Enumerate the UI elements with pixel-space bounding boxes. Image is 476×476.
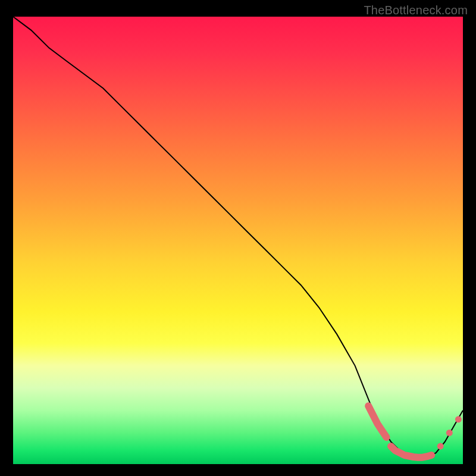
marker-layer [368,406,462,458]
chart-frame: TheBottleneck.com [0,0,476,476]
curve-svg [13,17,463,464]
marker-dot [437,443,444,449]
marker-dot [446,430,453,436]
marker-segment-left [368,406,386,437]
main-curve [13,17,463,458]
plot-area [13,17,463,464]
marker-dot [455,416,462,422]
watermark-text: TheBottleneck.com [364,4,468,17]
marker-flat-bottom [391,446,431,458]
curve-layer [13,17,463,458]
